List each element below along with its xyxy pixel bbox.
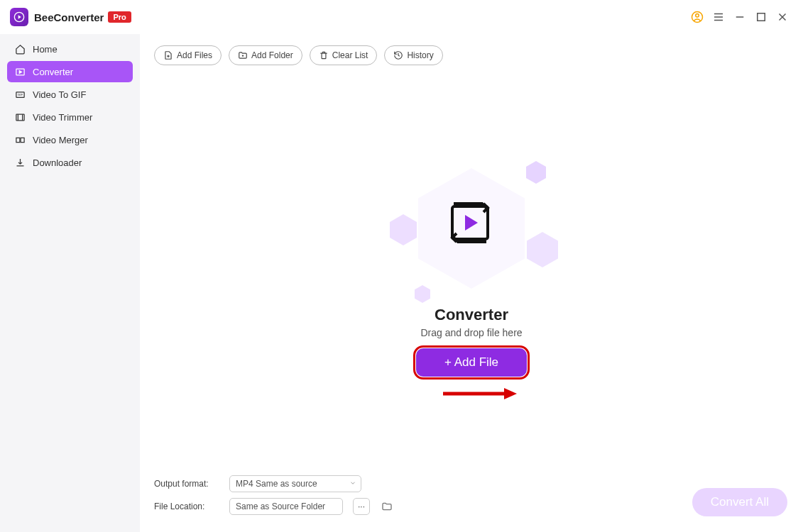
chevron-down-icon <box>349 479 356 489</box>
open-folder-button[interactable] <box>380 499 394 514</box>
drop-area[interactable]: Converter Drag and drop file here + Add … <box>154 65 789 472</box>
gif-icon: GIF <box>14 89 26 100</box>
menu-icon[interactable] <box>708 6 729 28</box>
close-icon[interactable] <box>772 6 793 28</box>
sidebar-item-home[interactable]: Home <box>7 38 133 60</box>
maximize-icon[interactable] <box>750 6 772 28</box>
sidebar-item-video-trimmer[interactable]: Video Trimmer <box>7 106 133 128</box>
output-format-select[interactable]: MP4 Same as source <box>229 475 361 492</box>
titlebar: BeeConverter Pro <box>0 0 803 34</box>
file-plus-icon <box>163 50 173 60</box>
browse-more-button[interactable]: ··· <box>353 498 370 515</box>
sidebar-item-label: Downloader <box>33 157 82 168</box>
folder-plus-icon <box>238 50 248 60</box>
sidebar-item-label: Home <box>33 44 58 55</box>
merger-icon <box>14 134 26 145</box>
main: Add Files Add Folder Clear List History <box>140 34 803 532</box>
add-folder-button[interactable]: Add Folder <box>229 45 302 65</box>
svg-rect-7 <box>758 13 765 21</box>
sidebar-item-label: Converter <box>33 67 73 77</box>
trash-icon <box>319 50 329 60</box>
annotation-arrow-icon <box>442 387 520 404</box>
center-title: Converter <box>435 306 508 324</box>
app-title: BeeConverter <box>34 11 104 23</box>
history-button[interactable]: History <box>384 45 442 65</box>
home-icon <box>14 43 26 55</box>
sidebar: Home Converter GIF Video To GIF Video Tr… <box>0 34 140 532</box>
svg-rect-17 <box>21 138 24 142</box>
output-format-label: Output format: <box>154 479 219 489</box>
file-location-label: File Location: <box>154 501 219 511</box>
sidebar-item-label: Video Merger <box>33 135 88 145</box>
sidebar-item-label: Video Trimmer <box>33 112 92 123</box>
trimmer-icon <box>14 111 26 123</box>
app-logo <box>10 8 28 26</box>
svg-rect-13 <box>16 114 23 121</box>
file-location-input[interactable]: Same as Source Folder <box>229 498 343 515</box>
toolbar: Add Files Add Folder Clear List History <box>154 45 789 65</box>
download-icon <box>14 157 26 168</box>
add-files-button[interactable]: Add Files <box>154 45 222 65</box>
sidebar-item-downloader[interactable]: Downloader <box>7 152 133 173</box>
sidebar-item-label: Video To GIF <box>33 89 86 100</box>
convert-all-button[interactable]: Convert All <box>692 488 787 516</box>
sidebar-item-video-to-gif[interactable]: GIF Video To GIF <box>7 84 133 105</box>
svg-text:GIF: GIF <box>17 93 23 96</box>
minimize-icon[interactable] <box>729 6 750 28</box>
pro-badge: Pro <box>108 11 131 23</box>
center-subtitle: Drag and drop file here <box>420 327 522 338</box>
history-icon <box>393 50 403 60</box>
converter-icon <box>14 66 26 77</box>
folder-icon <box>381 501 393 512</box>
sidebar-item-video-merger[interactable]: Video Merger <box>7 129 133 150</box>
clear-list-button[interactable]: Clear List <box>310 45 378 65</box>
user-icon[interactable] <box>687 6 708 28</box>
add-file-button[interactable]: + Add File <box>416 348 527 377</box>
svg-point-2 <box>696 14 699 18</box>
add-file-highlight: + Add File <box>416 348 527 377</box>
sidebar-item-converter[interactable]: Converter <box>7 61 133 82</box>
converter-illustration <box>393 161 550 296</box>
svg-rect-16 <box>16 138 19 142</box>
